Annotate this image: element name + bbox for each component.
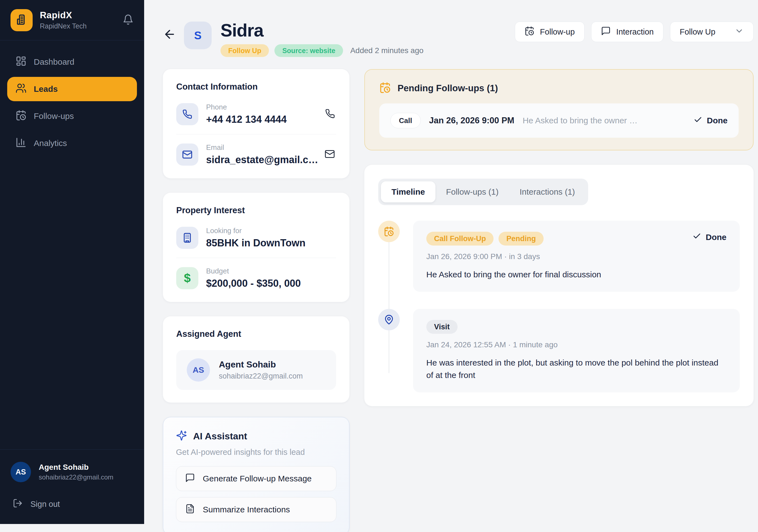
generate-followup-label: Generate Follow-up Message: [203, 474, 312, 483]
timeline-entry-card: Visit Jan 24, 2026 12:55 AM · 1 minute a…: [413, 309, 740, 392]
pending-followups-card: Pending Follow-ups (1) Call Jan 26, 2026…: [364, 69, 754, 150]
agent-info: Agent Sohaib sohaibriaz22@gmail.com: [219, 359, 303, 381]
tab-interactions[interactable]: Interactions (1): [509, 182, 585, 202]
ai-title-row: AI Assistant: [176, 430, 336, 442]
avatar: AS: [11, 462, 31, 482]
tab-timeline[interactable]: Timeline: [381, 182, 435, 202]
lead-stage-select[interactable]: Follow Up: [670, 21, 754, 42]
pending-followups-title: Pending Follow-ups (1): [397, 83, 498, 93]
mark-done-button[interactable]: Done: [694, 115, 728, 126]
entry-type-badge: Call Follow-Up: [426, 232, 494, 246]
phone-row: Phone +44 412 134 4444: [176, 103, 336, 125]
phone-value: +44 412 134 4444: [206, 114, 324, 125]
phone-label: Phone: [206, 103, 324, 112]
entry-badges: Call Follow-Up Pending: [426, 232, 692, 246]
map-pin-icon: [378, 309, 400, 330]
summarize-interactions-label: Summarize Interactions: [203, 505, 290, 514]
user-email: sohaibriaz22@gmail.com: [39, 473, 114, 481]
mail-tile-icon: [176, 144, 198, 166]
sidebar-item-leads[interactable]: Leads: [7, 77, 137, 101]
budget-value: $200,000 - $350, 000: [206, 278, 336, 289]
entry-status-badge: Pending: [499, 232, 544, 246]
entry-body: He Asked to bring the owner for final di…: [426, 268, 726, 281]
call-action-icon[interactable]: [324, 109, 336, 119]
done-label: Done: [706, 233, 726, 242]
back-button[interactable]: [163, 28, 176, 42]
chat-bubble-icon: [185, 473, 195, 485]
email-action-icon[interactable]: [324, 149, 336, 160]
email-info: Email sidra_estate@gmail.c…: [206, 143, 324, 166]
dollar-icon: $: [176, 267, 198, 289]
pending-followup-item: Call Jan 26, 2026 9:00 PM He Asked to br…: [379, 103, 739, 138]
agent-name: Agent Sohaib: [219, 359, 303, 370]
left-column: Contact Information Phone +44 412 134 44…: [163, 69, 349, 532]
calendar-clock-icon: [378, 221, 400, 242]
chevron-down-icon: [735, 26, 744, 38]
timeline-entry-followup: Call Follow-Up Pending Done: [378, 221, 740, 292]
entry-type-badge: Visit: [426, 320, 458, 334]
timeline-entry-card: Call Follow-Up Pending Done: [413, 221, 740, 292]
lead-header: S Sidra Follow Up Source: website Added …: [163, 21, 754, 57]
brand-name: RapidX: [40, 10, 122, 20]
summarize-interactions-button[interactable]: Summarize Interactions: [176, 497, 336, 522]
entry-datetime: Jan 26, 2026 9:00 PM · in 3 days: [426, 252, 726, 261]
header-actions: Follow-up Interaction Follow Up: [515, 21, 754, 42]
agent-box: AS Agent Sohaib sohaibriaz22@gmail.com: [176, 350, 336, 390]
status-badge: Follow Up: [221, 44, 269, 57]
card-title: Assigned Agent: [176, 329, 336, 339]
bar-chart-icon: [16, 137, 26, 150]
looking-for-info: Looking for 85BHK in DownTown: [206, 226, 336, 249]
check-icon: [694, 115, 703, 126]
tab-followups[interactable]: Follow-ups (1): [435, 182, 509, 202]
add-interaction-label: Interaction: [616, 27, 654, 37]
followup-note: He Asked to bring the owner …: [523, 116, 685, 125]
sidebar: RapidX RapidNex Tech Dashboard Leads: [0, 0, 144, 524]
avatar: AS: [187, 358, 210, 382]
content-columns: Contact Information Phone +44 412 134 44…: [163, 69, 754, 532]
file-text-icon: [185, 504, 195, 516]
timeline-entries: Call Follow-Up Pending Done: [378, 221, 740, 392]
property-interest-card: Property Interest Looking for 85BHK in D…: [163, 193, 349, 302]
sidebar-item-dashboard[interactable]: Dashboard: [7, 50, 137, 74]
check-icon: [692, 232, 701, 243]
budget-label: Budget: [206, 267, 336, 275]
email-label: Email: [206, 143, 324, 152]
entry-badges: Visit: [426, 320, 726, 334]
users-icon: [16, 83, 26, 96]
lead-avatar: S: [184, 21, 212, 49]
sidebar-item-label: Analytics: [34, 139, 67, 148]
mark-done-button[interactable]: Done: [692, 232, 726, 243]
timeline-entry-visit: Visit Jan 24, 2026 12:55 AM · 1 minute a…: [378, 309, 740, 392]
add-followup-button[interactable]: Follow-up: [515, 21, 585, 42]
ai-subtitle: Get AI-powered insights for this lead: [176, 448, 336, 457]
sidebar-item-label: Dashboard: [34, 57, 74, 67]
lead-title-block: Sidra Follow Up Source: website Added 2 …: [221, 21, 424, 57]
brand: RapidX RapidNex Tech: [40, 10, 122, 30]
sidebar-user-info: Agent Sohaib sohaibriaz22@gmail.com: [39, 463, 114, 481]
calendar-clock-icon: [379, 82, 391, 95]
done-label: Done: [707, 116, 728, 125]
followup-datetime: Jan 26, 2026 9:00 PM: [429, 116, 514, 125]
phone-info: Phone +44 412 134 4444: [206, 103, 324, 125]
card-title: Contact Information: [176, 82, 336, 92]
followup-type-pill: Call: [390, 113, 421, 128]
activity-tabs: Timeline Follow-ups (1) Interactions (1): [378, 179, 588, 205]
sign-out-button[interactable]: Sign out: [11, 498, 134, 510]
added-timestamp: Added 2 minutes ago: [350, 46, 424, 55]
building-icon: [16, 14, 28, 27]
brand-company: RapidNex Tech: [40, 22, 122, 30]
arrow-left-icon: [163, 38, 176, 42]
divider: [176, 258, 336, 258]
right-column: Pending Follow-ups (1) Call Jan 26, 2026…: [364, 69, 754, 406]
sidebar-nav: Dashboard Leads Follow-ups Analytics: [0, 40, 144, 168]
sidebar-item-followups[interactable]: Follow-ups: [7, 104, 137, 128]
generate-followup-message-button[interactable]: Generate Follow-up Message: [176, 466, 336, 491]
assigned-agent-card: Assigned Agent AS Agent Sohaib sohaibria…: [163, 316, 349, 403]
sidebar-item-analytics[interactable]: Analytics: [7, 131, 137, 155]
notifications-bell-icon[interactable]: [122, 14, 134, 26]
sidebar-footer: AS Agent Sohaib sohaibriaz22@gmail.com S…: [0, 449, 144, 524]
add-interaction-button[interactable]: Interaction: [591, 21, 663, 42]
source-badge: Source: website: [274, 44, 343, 57]
ai-title: AI Assistant: [193, 431, 247, 442]
sidebar-item-label: Leads: [34, 84, 58, 94]
